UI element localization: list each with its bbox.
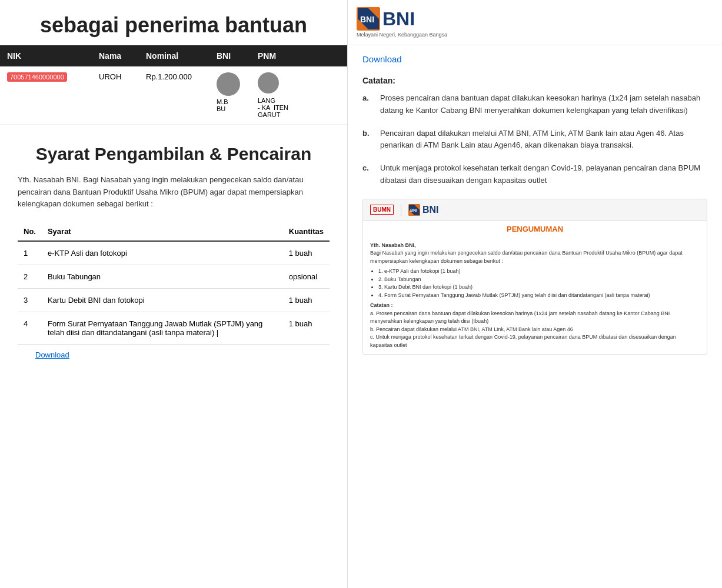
doc-list-item: 4. Form Surat Pernyataan Tanggung Jawab … [378,292,700,300]
doc-body: Yth. Nasabah BNI, Bagi Nasabah yang ingi… [363,237,707,355]
doc-catatan-c: c. Untuk menjaga protokol kesehatan terk… [370,333,700,349]
doc-list-item: 2. Buku Tabungan [378,276,700,284]
download-link[interactable]: Download [362,54,402,64]
doc-list-item: 1. e-KTP Asli dan fotokopi (1 buah) [378,268,700,276]
doc-bni-icon: BNI [408,204,420,216]
bni-name-text: BNI [382,8,415,30]
bni-tagline: Melayani Negeri, Kebanggaan Bangsa [357,32,447,38]
right-content: Download Catatan: a.Proses pencairan dan… [348,45,722,363]
right-panel: BNI BNI Melayani Negeri, Kebanggaan Bang… [347,0,722,588]
doc-preview-logos: BUMN BNI BNI [370,204,439,216]
catatan-title: Catatan: [362,76,707,85]
syarat-intro: Yth. Nasabah BNI. Bagi Nasabah yang ingi… [18,174,330,211]
cell-syarat: e-KTP Asli dan fotokopi [42,241,283,265]
syarat-row: 1 e-KTP Asli dan fotokopi 1 buah [18,241,330,265]
catatan-letter: b. [362,128,374,152]
doc-catatan-b: b. Pencairan dapat dilakukan melalui ATM… [370,326,700,334]
bni-logo-container: BNI BNI Melayani Negeri, Kebanggaan Bang… [357,7,447,38]
catatan-item: b.Pencairan dapat dilakukan melalui ATM … [362,128,707,152]
catatan-text: Pencairan dapat dilakukan melalui ATM BN… [380,128,707,152]
doc-preview-header: BUMN BNI BNI [363,199,707,221]
divider [401,204,401,216]
doc-title: PENGUMUMAN [363,221,707,237]
col-header-nominal: Nominal [141,45,212,66]
avatar [217,72,240,96]
nik-value: 700571460000000 [7,72,67,82]
cell-nominal: Rp.1.200.000 [141,66,212,87]
cell-pnm: LANG- KA ITENGARUT [253,66,312,124]
cell-no: 2 [18,265,42,289]
catatan-text: Proses pencairan dana bantuan dapat dila… [380,92,707,117]
syarat-row: 4 Form Surat Pernyataan Tanggung Jawab M… [18,312,330,345]
catatan-item: c.Untuk menjaga protokol kesehatan terka… [362,162,707,187]
syarat-row: 2 Buku Tabungan opsional [18,265,330,289]
doc-catatan-label: Catatan : [370,302,700,310]
doc-bni-text: BNI [422,205,439,215]
bni-header: BNI BNI Melayani Negeri, Kebanggaan Bang… [348,0,722,45]
cell-kuantitas: 1 buah [283,289,330,312]
download-link-left[interactable]: Download [18,345,330,365]
syarat-col-kuantitas: Kuantitas [283,222,330,241]
svg-text:BNI: BNI [360,15,374,24]
bni-logo-icon: BNI [357,7,380,31]
doc-bni-logo: BNI BNI [408,204,439,216]
doc-list-item: 3. Kartu Debit BNI dan fotokopi (1 buah) [378,283,700,292]
col-header-nik: NIK [0,45,94,66]
table-header: NIK Nama Nominal BNI PNM [0,45,347,66]
catatan-item: a.Proses pencairan dana bantuan dapat di… [362,92,707,117]
cell-syarat: Kartu Debit BNI dan fotokopi [42,289,283,312]
data-table: NIK Nama Nominal BNI PNM 700571460000000… [0,45,347,125]
syarat-section: Syarat Pengambilan & Pencairan Yth. Nasa… [0,125,347,377]
catatan-letter: a. [362,92,374,117]
cell-no: 4 [18,312,42,345]
bumn-logo: BUMN [370,205,394,215]
avatar-pnm [258,72,279,93]
syarat-row: 3 Kartu Debit BNI dan fotokopi 1 buah [18,289,330,312]
catatan-text: Untuk menjaga protokol kesehatan terkait… [380,162,707,187]
syarat-table-header-row: No. Syarat Kuantitas [18,222,330,241]
catatan-letter: c. [362,162,374,187]
col-header-bni: BNI [212,45,253,66]
cell-kuantitas: opsional [283,265,330,289]
col-header-pnm: PNM [253,45,312,66]
cell-syarat: Buku Tabungan [42,265,283,289]
doc-preview: BUMN BNI BNI PENGUMUMAN Yth. Nasabah [362,199,707,355]
cell-no: 1 [18,241,42,265]
doc-body-text: Bagi Nasabah yang ingin melakukan pengec… [370,249,700,265]
syarat-table: No. Syarat Kuantitas 1 e-KTP Asli dan fo… [18,222,330,345]
cell-syarat: Form Surat Pernyataan Tanggung Jawab Mut… [42,312,283,345]
svg-text:BNI: BNI [410,208,417,212]
cell-kuantitas: 1 buah [283,312,330,345]
syarat-col-syarat: Syarat [42,222,283,241]
syarat-title: Syarat Pengambilan & Pencairan [18,142,330,165]
col-header-nama: Nama [94,45,141,66]
cell-no: 3 [18,289,42,312]
doc-catatan-a: a. Proses pencairan dana bantuan dapat d… [370,310,700,326]
doc-items-list: 1. e-KTP Asli dan fotokopi (1 buah)2. Bu… [378,268,700,299]
syarat-col-no: No. [18,222,42,241]
doc-body-intro: Yth. Nasabah BNI, [370,242,700,250]
page-header-title: sebagai penerima bantuan [0,0,347,45]
cell-nama: UROH [94,66,141,87]
left-panel: sebagai penerima bantuan NIK Nama Nomina… [0,0,347,588]
bni-logo-main: BNI BNI [357,7,447,31]
cell-bni: M.BBU [212,66,253,118]
cell-kuantitas: 1 buah [283,241,330,265]
catatan-list: a.Proses pencairan dana bantuan dapat di… [362,92,707,187]
table-row: 700571460000000 UROH Rp.1.200.000 M.BBU … [0,66,347,125]
cell-nik: 700571460000000 [0,66,94,88]
